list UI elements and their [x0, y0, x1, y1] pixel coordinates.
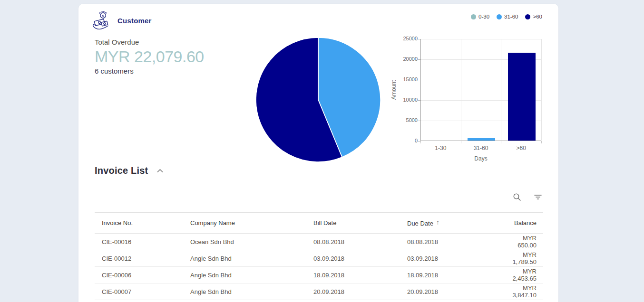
y-tick	[418, 39, 420, 39]
bar->60	[508, 53, 536, 141]
column-header-company-name[interactable]: Company Name	[183, 219, 306, 226]
cell-due-date: 08.08.2018	[400, 238, 486, 245]
cell-due-date: 03.09.2018	[400, 255, 486, 262]
x-tick	[420, 141, 421, 143]
y-tick-label: 25000	[397, 36, 418, 41]
cell-due-date: 18.09.2018	[400, 272, 486, 279]
cell-company-name: Angle Sdn Bhd	[183, 288, 306, 295]
cell-invoice-no: CIE-00006	[95, 272, 183, 279]
column-header-invoice-no-[interactable]: Invoice No.	[95, 219, 183, 226]
legend-dot-icon	[525, 14, 530, 19]
cell-bill-date: 03.09.2018	[306, 255, 400, 262]
gridline	[501, 39, 501, 141]
cell-invoice-no: CIE-00012	[95, 255, 183, 262]
total-overdue-amount: MYR 22,079.60	[95, 47, 204, 66]
gridline	[541, 39, 542, 141]
cell-company-name: Angle Sdn Bhd	[183, 255, 306, 262]
table-row[interactable]: CIE-00016 Ocean Sdn Bhd 08.08.2018 08.08…	[95, 234, 543, 250]
cell-bill-date: 08.08.2018	[306, 238, 400, 245]
x-tick-label: 1-30	[421, 145, 459, 151]
y-tick	[418, 80, 420, 80]
legend-item: >60	[525, 14, 542, 19]
x-tick	[501, 141, 501, 143]
cell-bill-date: 18.09.2018	[306, 272, 400, 279]
x-tick	[461, 141, 461, 143]
legend-item: 0-30	[471, 14, 489, 19]
svg-text:$: $	[102, 14, 104, 18]
invoice-table-header: Invoice No.Company NameBill DateDue Date…	[95, 212, 543, 234]
table-row[interactable]: CIE-00006 Angle Sdn Bhd 18.09.2018 18.09…	[95, 267, 543, 283]
cell-bill-date: 20.09.2018	[306, 288, 400, 295]
y-tick-label: 5000	[397, 117, 418, 123]
y-tick-label: 10000	[397, 97, 418, 103]
dashboard-card: $ Customer 0-30 31-60	[78, 4, 558, 302]
widget-title: Customer	[117, 17, 152, 25]
total-overdue-summary: Total Overdue MYR 22,079.60 6 customers	[95, 38, 204, 75]
total-overdue-label: Total Overdue	[95, 38, 204, 46]
gridline	[461, 39, 461, 141]
bar-31-60	[468, 138, 495, 141]
column-header-bill-date[interactable]: Bill Date	[306, 219, 400, 226]
column-header-balance[interactable]: Balance	[486, 219, 543, 226]
cell-balance: MYR 650.00	[486, 235, 543, 249]
y-tick-label: 0	[397, 138, 418, 143]
y-tick-label: 15000	[397, 76, 418, 82]
y-tick	[418, 121, 420, 121]
table-row[interactable]: CIE-00012 Angle Sdn Bhd 03.09.2018 03.09…	[95, 250, 543, 267]
x-axis-title: Days	[420, 155, 541, 162]
hand-money-icon: $	[92, 10, 112, 30]
aging-pie-chart	[255, 37, 381, 163]
aging-bar-chart: Amount Days 05000100001500020000250001-3…	[390, 28, 556, 171]
table-row[interactable]: CIE-00007 Angle Sdn Bhd 20.09.2018 20.09…	[95, 283, 543, 300]
y-tick	[418, 59, 420, 60]
invoice-list-toolbar	[512, 192, 543, 202]
chevron-up-icon[interactable]	[155, 166, 165, 176]
cell-invoice-no: CIE-00007	[95, 288, 183, 295]
legend-item: 31-60	[497, 14, 518, 19]
legend-dot-icon	[471, 14, 476, 19]
cell-balance: MYR 2,453.65	[486, 268, 543, 282]
customer-widget-header: $ Customer	[92, 10, 152, 30]
cell-balance: MYR 1,789.50	[486, 251, 543, 265]
x-tick	[541, 141, 542, 143]
cell-invoice-no: CIE-00016	[95, 238, 183, 245]
filter-icon[interactable]	[533, 192, 543, 202]
y-axis-title: Amount	[390, 39, 398, 141]
invoice-table: Invoice No.Company NameBill DateDue Date…	[95, 212, 543, 300]
aging-legend: 0-30 31-60 >60	[471, 14, 542, 19]
invoice-list-title: Invoice List	[95, 165, 148, 176]
cell-company-name: Ocean Sdn Bhd	[183, 238, 306, 245]
search-icon[interactable]	[512, 192, 522, 202]
bar-plot-area	[420, 39, 541, 141]
x-tick-label: 31-60	[462, 145, 500, 151]
y-tick-label: 20000	[397, 56, 418, 62]
customers-count: 6 customers	[95, 67, 204, 75]
cell-balance: MYR 3,847.10	[486, 284, 543, 299]
legend-dot-icon	[497, 14, 502, 19]
column-header-due-date[interactable]: Due Date↑	[400, 219, 486, 227]
x-tick-label: >60	[502, 145, 540, 151]
gridline	[421, 39, 541, 39]
cell-due-date: 20.09.2018	[400, 288, 486, 295]
cell-company-name: Angle Sdn Bhd	[183, 272, 306, 279]
y-tick	[418, 100, 420, 101]
sort-ascending-icon: ↑	[436, 219, 439, 226]
